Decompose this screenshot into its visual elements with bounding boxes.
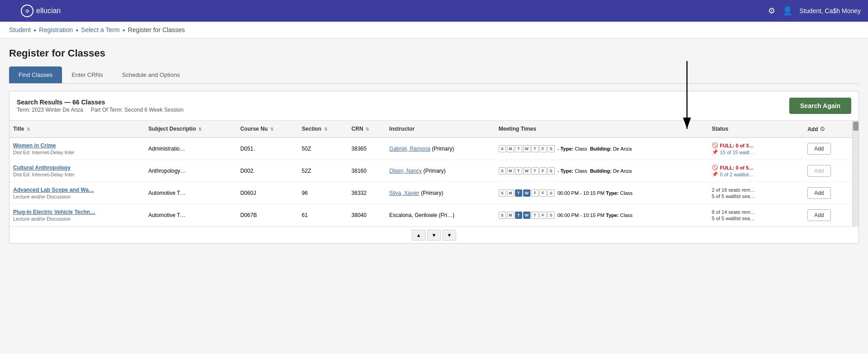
col-instructor[interactable]: Instructor — [386, 121, 495, 137]
add-button-3[interactable]: Add — [807, 187, 830, 199]
breadcrumb-dot-2: ● — [76, 28, 78, 33]
class-title-link-2[interactable]: Cultural Anthropology — [13, 165, 141, 171]
day-T-1: T — [515, 145, 522, 152]
results-part-of-term: Part Of Term: Second 6 Week Session — [91, 107, 183, 113]
class-title-link-1[interactable]: Women in Crime — [13, 142, 141, 149]
ellucian-logo: ⊙ ellucian — [21, 5, 61, 17]
instructor-role-4: (Pri…) — [439, 212, 455, 218]
add-button-4[interactable]: Add — [807, 209, 830, 221]
settings-button[interactable]: ⚙ — [768, 6, 775, 16]
day-Th-3: T — [531, 189, 539, 197]
add-button-2[interactable]: Add — [807, 165, 830, 177]
status-seats-4: 8 of 14 seats rem… 5 of 5 waitlist sea… — [712, 209, 800, 221]
day-Th-1: T — [531, 145, 539, 152]
class-title-link-3[interactable]: Advanced Lab Scope and Wa… — [13, 187, 141, 193]
cell-section-3: 96 — [298, 182, 348, 204]
full-icon-2: 🚫 — [712, 165, 718, 170]
col-section[interactable]: Section ⇅ — [298, 121, 348, 137]
table-row: Cultural Anthropology Dist Ed: Internet-… — [10, 160, 858, 182]
status-waitlist-text-1: 15 of 15 waitl… — [720, 150, 754, 155]
day-M-4: M — [507, 212, 514, 219]
col-subject[interactable]: Subject Descriptio ⇅ — [145, 121, 237, 137]
cell-status-4: 8 of 14 seats rem… 5 of 5 waitlist sea… — [708, 204, 804, 227]
search-again-button[interactable]: Search Again — [789, 98, 851, 114]
cell-status-3: 2 of 16 seats rem… 5 of 5 waitlist sea… — [708, 182, 804, 204]
tab-enter-crns[interactable]: Enter CRNs — [62, 66, 112, 83]
cell-crn-2: 38160 — [348, 160, 386, 182]
cell-add-2: Add — [804, 160, 858, 182]
day-M-3: M — [507, 189, 514, 197]
cell-section-4: 61 — [298, 204, 348, 227]
tab-schedule-options[interactable]: Schedule and Options — [113, 66, 190, 83]
results-info: Search Results — 66 Classes Term: 2023 W… — [17, 99, 183, 113]
status-seats-3: 2 of 16 seats rem… 5 of 5 waitlist sea… — [712, 187, 800, 199]
scroll-up-button[interactable]: ▲ — [412, 230, 425, 241]
day-T-4: T — [515, 212, 522, 219]
user-avatar-button[interactable]: 👤 — [782, 6, 792, 16]
tab-find-classes[interactable]: Find Classes — [9, 66, 62, 83]
cell-meeting-1: S M T W T F S - Type: Class Building: De… — [495, 137, 708, 160]
instructor-link-1[interactable]: Gabriel, Ramona — [389, 146, 430, 152]
col-title[interactable]: Title ⇅ — [10, 121, 145, 137]
page-content: Register for Classes Find Classes Enter … — [0, 38, 868, 253]
meeting-info-2: - Type: Class Building: De Anza — [558, 168, 632, 174]
status-waitlist-text-2: 0 of 2 waitlist… — [720, 172, 754, 177]
scroll-controls: ▲ ▼ ▼ — [10, 227, 858, 243]
ellucian-circle-icon: ⊙ — [21, 5, 33, 17]
class-subtitle-3: Lecture and/or Discussion — [13, 194, 141, 199]
table-settings-button[interactable]: ⚙ — [820, 125, 825, 132]
cell-section-2: 52Z — [298, 160, 348, 182]
instructor-link-2[interactable]: Olsen, Nancy — [389, 168, 422, 174]
results-header: Search Results — 66 Classes Term: 2023 W… — [10, 91, 858, 121]
day-F-1: F — [539, 145, 547, 152]
results-term-info: Term: 2023 Winter De Anza Part Of Term: … — [17, 107, 183, 113]
table-row: Advanced Lab Scope and Wa… Lecture and/o… — [10, 182, 858, 204]
scroll-down-button-1[interactable]: ▼ — [427, 230, 441, 241]
day-M-1: M — [507, 145, 514, 152]
instructor-name-4: Escalona, Gerilowie — [389, 212, 437, 218]
cell-course-3: D060J — [237, 182, 298, 204]
results-term: Term: 2023 Winter De Anza — [17, 107, 83, 113]
status-waitlist-row-1: 📌 15 of 15 waitl… — [712, 149, 800, 155]
scroll-down-button-2[interactable]: ▼ — [443, 230, 456, 241]
col-add[interactable]: Add ⚙ — [804, 121, 858, 137]
day-Sa-3: S — [548, 189, 555, 197]
days-row-3: S M T W T F S — [499, 189, 555, 197]
tabs-bar: Find Classes Enter CRNs Schedule and Opt… — [9, 66, 859, 84]
status-full-1: 🚫 FULL: 0 of 3… 📌 15 of 15 waitl… — [712, 142, 800, 155]
cell-course-1: D051. — [237, 137, 298, 160]
cell-crn-3: 36332 — [348, 182, 386, 204]
cell-title-1: Women in Crime Dist Ed: Internet-Delay I… — [10, 137, 145, 160]
cell-section-1: 50Z — [298, 137, 348, 160]
status-full-row-1: 🚫 FULL: 0 of 3… — [712, 142, 800, 148]
day-W-2: W — [523, 167, 530, 175]
breadcrumb-select-term[interactable]: Select a Term — [81, 26, 119, 33]
status-full-row-2: 🚫 FULL: 0 of 5… — [712, 165, 800, 170]
day-F-3: F — [539, 189, 547, 197]
col-course-num[interactable]: Course Nu ⇅ — [237, 121, 298, 137]
day-Sa-4: S — [548, 212, 555, 219]
scrollbar-thumb[interactable] — [853, 122, 858, 131]
class-title-link-4[interactable]: Plug-In Electric Vehicle Techn… — [13, 209, 141, 215]
col-status[interactable]: Status — [708, 121, 804, 137]
breadcrumb-student[interactable]: Student — [9, 26, 31, 33]
col-meeting-times[interactable]: Meeting Times — [495, 121, 708, 137]
cell-course-4: D067B — [237, 204, 298, 227]
day-T-3: T — [515, 189, 522, 197]
vertical-scrollbar[interactable] — [852, 121, 858, 227]
col-crn[interactable]: CRN ⇅ — [348, 121, 386, 137]
meeting-info-1: - Type: Class Building: De Anza — [558, 146, 632, 151]
sort-icon-crn: ⇅ — [366, 127, 369, 132]
meeting-cell-3: S M T W T F S 06:00 PM - 10:15 PM Type: … — [499, 189, 705, 197]
table-row: Women in Crime Dist Ed: Internet-Delay I… — [10, 137, 858, 160]
grid-menu-button[interactable] — [7, 7, 15, 15]
add-button-1[interactable]: Add — [807, 143, 830, 155]
instructor-role-3: (Primary) — [421, 190, 443, 196]
breadcrumb-registration[interactable]: Registration — [39, 26, 73, 33]
cell-status-2: 🚫 FULL: 0 of 5… 📌 0 of 2 waitlist… — [708, 160, 804, 182]
instructor-link-3[interactable]: Silva, Xavier — [389, 190, 420, 196]
full-icon-1: 🚫 — [712, 142, 718, 148]
meeting-info-3: 06:00 PM - 10:15 PM Type: Class — [558, 190, 633, 196]
day-T-2: T — [515, 167, 522, 175]
day-S-1: S — [499, 145, 506, 152]
